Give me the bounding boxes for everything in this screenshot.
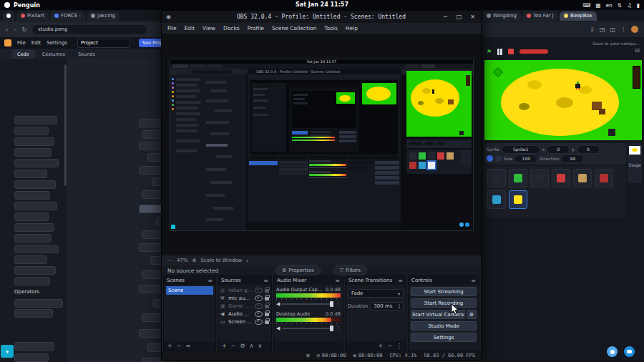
- stage-selector[interactable]: Stage: [628, 143, 642, 183]
- control-button[interactable]: Start Recording: [411, 298, 477, 308]
- resize-handle-icon[interactable]: —: [167, 258, 172, 263]
- editor-menu-item[interactable]: File: [17, 40, 26, 46]
- filters-button[interactable]: ▽ Filters: [333, 265, 367, 275]
- editor-tab[interactable]: Costumes: [36, 49, 71, 59]
- code-block[interactable]: [14, 342, 54, 351]
- speaker-icon[interactable]: ◀: [276, 301, 280, 307]
- dock-toolbar-icon[interactable]: −: [231, 343, 236, 349]
- obs-menu-item[interactable]: Scene Collection: [272, 25, 316, 31]
- chat-button[interactable]: [624, 346, 635, 357]
- obs-menu-item[interactable]: Docks: [223, 25, 240, 31]
- code-block[interactable]: [14, 212, 49, 221]
- control-button[interactable]: Start Streaming: [411, 287, 477, 296]
- toolbar-icon[interactable]: ⋮: [620, 26, 626, 33]
- dock-toolbar-icon[interactable]: +: [379, 343, 384, 349]
- code-block[interactable]: [14, 353, 49, 362]
- code-block[interactable]: [14, 137, 54, 146]
- help-button[interactable]: [607, 346, 618, 357]
- reload-icon[interactable]: ↻: [21, 26, 26, 33]
- browser-tab[interactable]: Pixilart: [16, 11, 49, 21]
- channel-menu-icon[interactable]: ⋮: [336, 326, 341, 331]
- dock-toolbar-icon[interactable]: −: [177, 343, 182, 349]
- lock-icon[interactable]: [265, 313, 269, 316]
- obs-menu-item[interactable]: Help: [346, 25, 358, 31]
- code-block[interactable]: [14, 223, 54, 232]
- window-button[interactable]: ×: [470, 14, 475, 20]
- lock-icon[interactable]: [265, 321, 269, 324]
- source-row[interactable]: Ψ mic audio: [220, 294, 269, 302]
- obs-menu-item[interactable]: View: [203, 25, 215, 31]
- tray-icon[interactable]: ♫: [627, 2, 632, 9]
- stop-button[interactable]: [508, 49, 514, 54]
- code-block[interactable]: [14, 159, 59, 167]
- source-row[interactable]: ◀ Audio Outp: [220, 310, 269, 318]
- code-block[interactable]: [14, 266, 56, 275]
- dock-toolbar-icon[interactable]: +: [167, 343, 172, 349]
- volume-slider[interactable]: [282, 303, 333, 305]
- source-row[interactable]: ◍ ralian gam: [220, 286, 269, 294]
- lock-icon[interactable]: [265, 297, 269, 300]
- editor-tab[interactable]: Sounds: [72, 49, 101, 59]
- y-input[interactable]: 0: [577, 145, 600, 154]
- browser-tab[interactable]: Wingding: [482, 11, 521, 21]
- browser-tab[interactable]: FORCE -: [50, 11, 85, 21]
- sprite-thumbnail[interactable]: [487, 169, 506, 187]
- code-block[interactable]: [14, 116, 57, 124]
- dock-menu-icon[interactable]: ≡: [263, 278, 268, 284]
- lock-icon[interactable]: [265, 305, 269, 308]
- fullscreen-icon[interactable]: ⊡: [635, 47, 640, 54]
- dock-toolbar-icon[interactable]: ≡: [185, 343, 190, 349]
- tray-icon[interactable]: ⌨: [583, 2, 591, 9]
- duration-input[interactable]: 300 ms ▴ ▾: [370, 302, 404, 310]
- code-block[interactable]: [14, 277, 50, 285]
- source-row[interactable]: ▭ Screen Cap: [220, 318, 269, 326]
- control-button[interactable]: Settings: [411, 333, 477, 342]
- pinned-tab[interactable]: [3, 11, 14, 21]
- sprite-thumbnail[interactable]: [487, 190, 506, 209]
- scale-mode-label[interactable]: Scale to Window: [200, 258, 242, 263]
- palette-scrollbar[interactable]: [64, 64, 67, 186]
- tray-icon[interactable]: en: [605, 2, 612, 9]
- editor-menu-item[interactable]: Edit: [31, 40, 42, 46]
- dock-menu-icon[interactable]: ≡: [471, 278, 476, 284]
- code-block[interactable]: [14, 180, 56, 189]
- toolbar-icon[interactable]: ⇩: [590, 26, 595, 33]
- back-icon[interactable]: ‹: [6, 26, 8, 33]
- tray-icon[interactable]: ▮: [637, 2, 640, 9]
- code-block[interactable]: [14, 245, 59, 253]
- source-row[interactable]: ▣ Game Cap: [220, 302, 269, 310]
- game-stage-canvas[interactable]: [484, 60, 642, 140]
- visibility-icon[interactable]: [255, 295, 263, 301]
- sprite-name-input[interactable]: Sprite1: [502, 145, 540, 154]
- dock-toolbar-icon[interactable]: ⚙: [240, 343, 245, 349]
- dock-menu-icon[interactable]: ≡: [335, 278, 340, 284]
- zoom-icon[interactable]: ⊕: [192, 258, 197, 263]
- transition-select[interactable]: Fade ▾: [348, 289, 404, 298]
- toolbar-icon[interactable]: ◳: [600, 26, 605, 33]
- control-button[interactable]: Studio Mode: [411, 321, 477, 331]
- editor-tab[interactable]: Code: [11, 49, 35, 59]
- code-block[interactable]: [14, 148, 52, 157]
- obs-menu-item[interactable]: Edit: [185, 25, 195, 31]
- dock-menu-icon[interactable]: ≡: [208, 278, 213, 284]
- sprite-thumbnail[interactable]: [530, 169, 549, 187]
- dock-toolbar-icon[interactable]: ⋮: [396, 343, 402, 349]
- tray-icon[interactable]: ⇅: [618, 2, 622, 9]
- sprite-thumbnail[interactable]: [573, 169, 592, 187]
- toolbar-icon[interactable]: ◫: [610, 26, 615, 33]
- code-block[interactable]: [14, 202, 57, 210]
- sprite-thumbnail[interactable]: [509, 190, 527, 209]
- scale-dropdown-icon[interactable]: ▾: [246, 258, 248, 263]
- project-name-input[interactable]: Project: [77, 39, 130, 48]
- volume-slider-knob[interactable]: [330, 326, 333, 331]
- pause-button[interactable]: [497, 49, 502, 55]
- visibility-icon[interactable]: [255, 288, 263, 293]
- lock-icon[interactable]: [265, 289, 269, 293]
- sprite-thumbnail[interactable]: [509, 169, 527, 187]
- browser-tab[interactable]: jakcing: [87, 11, 119, 21]
- add-extension-button[interactable]: ＋: [1, 345, 14, 358]
- code-block[interactable]: [14, 299, 63, 308]
- dock-toolbar-icon[interactable]: ∧: [250, 343, 254, 349]
- obs-menu-item[interactable]: Profile: [248, 25, 264, 31]
- x-input[interactable]: 0: [547, 145, 570, 154]
